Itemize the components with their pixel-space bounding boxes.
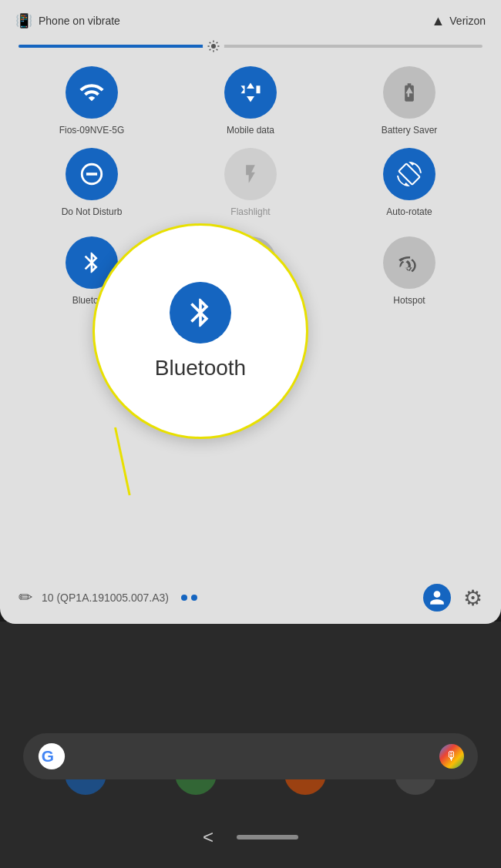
back-button[interactable]: < — [203, 826, 214, 848]
bluetooth-tooltip: Bluetooth — [92, 223, 308, 439]
brightness-row — [0, 39, 501, 60]
edit-icon[interactable]: ✏ — [18, 588, 32, 608]
tile-battery-saver-label: Battery Saver — [382, 125, 438, 136]
tile-auto-rotate-circle[interactable] — [383, 148, 435, 200]
signal-icon: ▲ — [431, 13, 445, 29]
tiles-row-2: Do Not Disturb Flashlight Auto-rotate — [0, 142, 501, 223]
vibrate-icon: 📳 — [15, 12, 32, 29]
carrier-text: Verizon — [449, 15, 486, 27]
tile-mobile-data-label: Mobile data — [227, 125, 274, 136]
svg-line-8 — [217, 49, 218, 51]
tooltip-bluetooth-icon — [183, 296, 217, 330]
tile-auto-rotate-label: Auto-rotate — [386, 206, 432, 217]
phone-status-text: Phone on vibrate — [39, 15, 120, 27]
qs-bottom-bar: ✏ 10 (QP1A.191005.007.A3) ⚙ — [0, 571, 501, 624]
tile-wifi-circle[interactable] — [66, 66, 118, 119]
google-logo: G — [37, 742, 66, 771]
brightness-thumb[interactable] — [203, 35, 224, 57]
tile-auto-rotate[interactable]: Auto-rotate — [336, 148, 483, 217]
qs-bottom-left: ✏ 10 (QP1A.191005.007.A3) — [18, 588, 197, 608]
qs-page-dots — [181, 595, 197, 601]
brightness-fill — [18, 45, 214, 48]
svg-line-7 — [210, 42, 211, 44]
user-icon[interactable] — [423, 584, 451, 612]
home-pill[interactable] — [237, 835, 298, 840]
tile-wifi-label: Fios-09NVE-5G — [59, 125, 125, 136]
tile-battery-saver-circle[interactable] — [383, 66, 435, 119]
qs-dot-2 — [191, 595, 197, 601]
tile-hotspot-label: Hotspot — [393, 295, 425, 306]
tooltip-label: Bluetooth — [155, 356, 246, 380]
qs-dot-1 — [181, 595, 187, 601]
search-bar[interactable]: G 🎙 — [23, 733, 478, 779]
tile-battery-saver[interactable]: Battery Saver — [336, 66, 483, 136]
tile-dnd-label: Do Not Disturb — [62, 206, 123, 217]
svg-point-2 — [211, 44, 216, 49]
build-text: 10 (QP1A.191005.007.A3) — [42, 592, 169, 604]
bluetooth-icon — [79, 250, 104, 275]
status-bar: 📳 Phone on vibrate ▲ Verizon — [0, 0, 501, 39]
status-right: ▲ Verizon — [431, 13, 486, 29]
tile-flashlight[interactable]: Flashlight — [177, 148, 324, 217]
brightness-slider[interactable] — [18, 45, 483, 48]
svg-line-10 — [210, 49, 211, 51]
status-left: 📳 Phone on vibrate — [15, 12, 120, 29]
tile-mobile-data[interactable]: Mobile data — [177, 66, 324, 136]
settings-icon[interactable]: ⚙ — [463, 585, 483, 611]
nav-bar: < — [0, 806, 501, 868]
tile-dnd[interactable]: Do Not Disturb — [18, 148, 165, 217]
tooltip-bluetooth-circle[interactable] — [170, 282, 231, 344]
svg-line-9 — [217, 42, 218, 44]
qs-bottom-right: ⚙ — [423, 584, 483, 612]
tile-flashlight-label: Flashlight — [230, 206, 270, 217]
home-screen: G 🎙 < — [0, 622, 501, 868]
tile-mobile-data-circle[interactable] — [224, 66, 277, 119]
tile-dnd-circle[interactable] — [66, 148, 118, 200]
svg-text:G: G — [42, 747, 54, 765]
tile-hotspot[interactable]: Hotspot — [336, 236, 483, 306]
google-mic-icon[interactable]: 🎙 — [439, 744, 464, 769]
tiles-row-1: Fios-09NVE-5G Mobile data Battery Saver — [0, 60, 501, 142]
tile-wifi[interactable]: Fios-09NVE-5G — [18, 66, 165, 136]
tile-hotspot-circle[interactable] — [383, 236, 435, 289]
tile-flashlight-circle[interactable] — [224, 148, 277, 200]
